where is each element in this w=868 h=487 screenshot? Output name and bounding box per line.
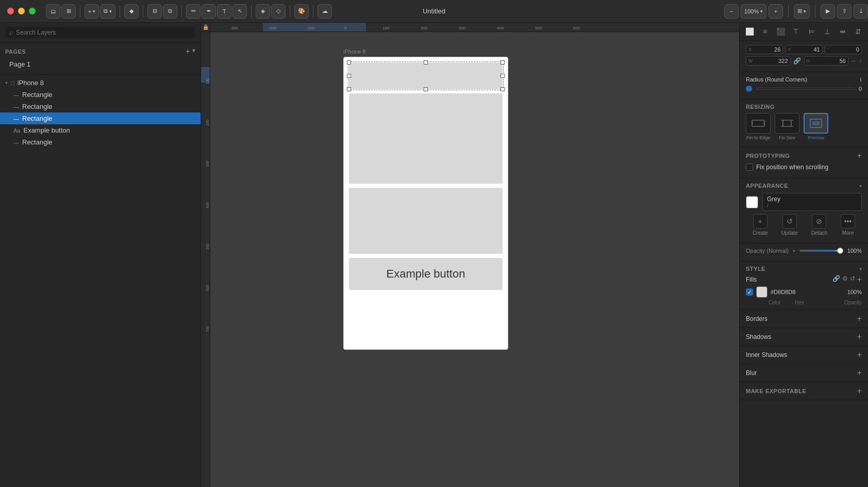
canvas-area[interactable]: 🔒 -300 -200 -100 0 100 200 300 400 500 6… bbox=[201, 23, 739, 487]
grid-tool[interactable]: ⊞ bbox=[61, 4, 76, 19]
type-tool[interactable]: T bbox=[217, 4, 231, 19]
search-input[interactable] bbox=[16, 29, 191, 36]
y-field[interactable]: Y bbox=[785, 45, 822, 54]
flip-h-icon[interactable]: ↔ bbox=[850, 57, 857, 64]
resizing-fix-size[interactable]: Fix Size bbox=[775, 113, 799, 140]
pages-chevron[interactable]: ▾ bbox=[192, 47, 195, 56]
iphone-rect-3[interactable] bbox=[349, 188, 503, 254]
fix-position-checkbox[interactable] bbox=[746, 164, 753, 171]
union-tool[interactable]: ⧉ bbox=[163, 4, 177, 19]
export-btn[interactable]: ⤓ bbox=[854, 4, 868, 19]
blur-add-btn[interactable]: + bbox=[857, 368, 862, 378]
resizing-pin-to-edge[interactable]: Pin to Edge bbox=[746, 113, 771, 140]
layers-tool[interactable]: ⧉ ▾ bbox=[100, 4, 115, 19]
handle-bl[interactable] bbox=[347, 87, 351, 91]
opacity-thumb[interactable] bbox=[837, 248, 843, 254]
layer-iphone8[interactable]: ▾ □ iPhone 8 bbox=[0, 77, 201, 89]
play-btn[interactable]: ▶ bbox=[821, 4, 835, 19]
page-item-1[interactable]: Page 1 bbox=[5, 58, 195, 70]
align-right-btn[interactable]: ⬛ bbox=[775, 26, 786, 37]
close-button[interactable] bbox=[7, 8, 14, 14]
iphone-rect-2[interactable] bbox=[349, 93, 503, 184]
iphone-rect-1-selected[interactable] bbox=[349, 62, 503, 89]
h-field[interactable]: H bbox=[804, 56, 849, 66]
flip-v-icon[interactable]: ↕ bbox=[859, 57, 862, 64]
more-btn[interactable]: ••• More bbox=[841, 214, 855, 236]
handle-tc[interactable] bbox=[424, 60, 428, 64]
radius-slider-thumb[interactable] bbox=[746, 86, 752, 92]
handle-br[interactable] bbox=[500, 87, 505, 91]
group-tool[interactable]: ⊟ bbox=[147, 4, 162, 19]
vector-tool[interactable]: ✏ bbox=[186, 4, 201, 19]
y-input[interactable] bbox=[792, 46, 820, 53]
appearance-chevron[interactable]: ▾ bbox=[859, 183, 862, 189]
distribute-h-btn[interactable]: ⇹ bbox=[837, 26, 848, 37]
exportable-add-btn[interactable]: + bbox=[857, 386, 862, 396]
zoom-out-btn[interactable]: − bbox=[724, 4, 739, 19]
fills-reset-icon[interactable]: ↺ bbox=[850, 275, 855, 284]
layer-rect2[interactable]: — Rectangle bbox=[0, 101, 201, 112]
zoom-level-display[interactable]: 100% ▾ bbox=[741, 4, 766, 19]
handle-tr[interactable] bbox=[500, 60, 505, 64]
fill-swatch-1[interactable] bbox=[756, 286, 767, 298]
angle-input[interactable] bbox=[830, 46, 859, 53]
iphone8-frame[interactable]: Example button bbox=[343, 57, 508, 350]
minimize-button[interactable] bbox=[18, 8, 25, 14]
search-wrap[interactable]: ⌕ bbox=[5, 27, 195, 38]
share-btn[interactable]: ⇧ bbox=[837, 4, 852, 19]
layer-example-button[interactable]: Aa Example button bbox=[0, 124, 201, 136]
appearance-select-wrap[interactable]: Grey / bbox=[762, 193, 862, 211]
canvas-viewport[interactable]: iPhone 8 bbox=[210, 32, 739, 487]
view-toggle[interactable]: ⊞▾ bbox=[794, 4, 810, 19]
w-field[interactable]: W bbox=[746, 56, 791, 66]
fill-checkbox-1[interactable]: ✓ bbox=[746, 288, 753, 296]
x-field[interactable]: X bbox=[746, 45, 783, 54]
maximize-button[interactable] bbox=[29, 8, 36, 14]
fills-link-icon[interactable]: 🔗 bbox=[832, 275, 840, 284]
h-input[interactable] bbox=[811, 58, 846, 64]
handle-tl[interactable] bbox=[347, 60, 351, 64]
borders-add-btn[interactable]: + bbox=[857, 314, 862, 323]
align-top-btn[interactable]: ⊤ bbox=[790, 26, 802, 37]
constraint-btn[interactable]: ↔ ↕ bbox=[850, 57, 862, 64]
align-left-btn[interactable]: ⬜ bbox=[744, 26, 755, 37]
fills-gear-icon[interactable]: ⚙ bbox=[842, 275, 848, 284]
handle-mr[interactable] bbox=[500, 74, 505, 78]
inner-shadows-add-btn[interactable]: + bbox=[857, 350, 862, 360]
distribute-v-btn[interactable]: ⇵ bbox=[853, 26, 864, 37]
update-btn[interactable]: ↺ Update bbox=[781, 214, 798, 236]
appearance-swatch[interactable] bbox=[746, 196, 758, 208]
resizing-preview[interactable]: Preview bbox=[804, 113, 828, 140]
layer-rect1[interactable]: — Rectangle bbox=[0, 89, 201, 101]
cursor-tool[interactable]: ↖ bbox=[232, 4, 247, 19]
handle-bc[interactable] bbox=[424, 87, 428, 91]
align-bottom-btn[interactable]: ⊥ bbox=[822, 26, 833, 37]
folder-tool[interactable]: 🗂 bbox=[46, 4, 60, 19]
layer-rect3[interactable]: — Rectangle bbox=[0, 112, 201, 124]
fix-position-checkbox-wrap[interactable]: Fix position when scrolling bbox=[746, 164, 828, 171]
opacity-info-icon[interactable]: ▾ bbox=[793, 248, 795, 254]
shadows-add-btn[interactable]: + bbox=[857, 332, 862, 342]
paint-tool[interactable]: 🎨 bbox=[294, 4, 309, 19]
create-btn[interactable]: + Create bbox=[753, 214, 768, 236]
opacity-slider-track[interactable] bbox=[799, 250, 843, 252]
detach-btn[interactable]: ⊘ Detach bbox=[811, 214, 828, 236]
cloud-tool[interactable]: ☁ bbox=[318, 4, 332, 19]
prototyping-add-btn[interactable]: + bbox=[857, 151, 862, 160]
w-input[interactable] bbox=[754, 58, 788, 64]
align-center-v-btn[interactable]: ⊨ bbox=[806, 26, 817, 37]
symbol-tool[interactable]: ◇ bbox=[271, 4, 286, 19]
component-tool[interactable]: ◈ bbox=[256, 4, 270, 19]
angle-field[interactable]: ° bbox=[825, 45, 862, 54]
layer-rect4[interactable]: — Rectangle bbox=[0, 136, 201, 148]
align-center-h-btn[interactable]: ≡ bbox=[759, 26, 771, 37]
fills-add-btn[interactable]: + bbox=[857, 275, 862, 284]
size-lock-btn[interactable]: 🔗 bbox=[793, 56, 802, 66]
style-chevron[interactable]: ▾ bbox=[859, 266, 862, 272]
add-tool[interactable]: + ▾ bbox=[85, 4, 99, 19]
radius-info-icon[interactable]: ℹ bbox=[860, 77, 862, 83]
insert-tool[interactable]: ◆ bbox=[124, 4, 139, 19]
add-page-button[interactable]: + bbox=[186, 47, 190, 56]
pencil-tool[interactable]: ✒ bbox=[202, 4, 216, 19]
zoom-in-btn[interactable]: + bbox=[769, 4, 783, 19]
